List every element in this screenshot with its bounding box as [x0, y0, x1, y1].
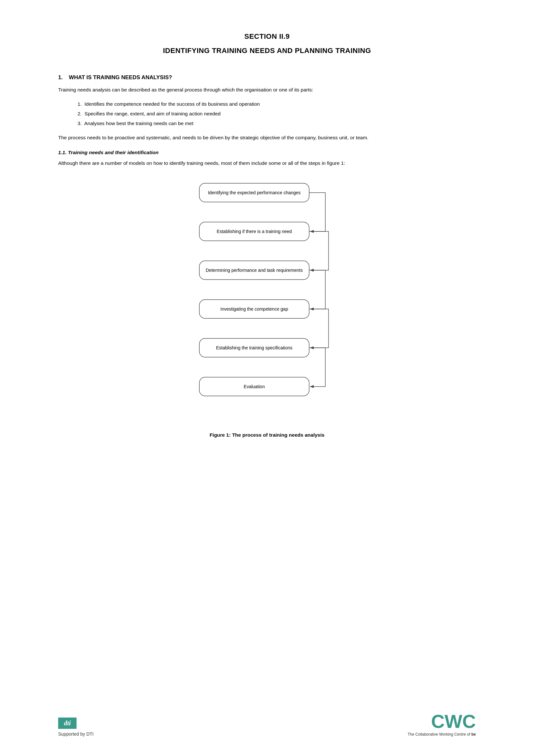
dti-supported-text: Supported by DTI	[58, 731, 94, 737]
page: SECTION II.9 IDENTIFYING TRAINING NEEDS …	[0, 0, 534, 756]
para3: Although there are a number of models on…	[58, 159, 476, 167]
svg-text:Determining performance and ta: Determining performance and task require…	[205, 268, 302, 273]
flow-diagram: Identifying the expected performance cha…	[187, 180, 348, 426]
section-title: SECTION II.9	[58, 32, 476, 41]
heading-1: 1. WHAT IS TRAINING NEEDS ANALYSIS?	[58, 74, 476, 81]
cwc-letter-c2: C	[462, 712, 476, 731]
svg-text:Investigating the competence g: Investigating the competence gap	[220, 307, 288, 311]
list-item-3: 3. Analyses how best the training needs …	[78, 119, 476, 128]
heading-1-number: 1.	[58, 74, 63, 80]
heading-1-text: WHAT IS TRAINING NEEDS ANALYSIS?	[69, 74, 172, 80]
dti-logo: dti Supported by DTI	[58, 717, 94, 737]
svg-text:Establishing if there is a tra: Establishing if there is a training need	[216, 229, 292, 234]
list-item-2: 2. Specifies the range, extent, and aim …	[78, 110, 476, 118]
svg-text:Establishing the training spec: Establishing the training specifications	[216, 345, 292, 350]
cwc-letter-c1: C	[431, 712, 445, 731]
diagram-container: Identifying the expected performance cha…	[58, 180, 476, 426]
para2: The process needs to be proactive and sy…	[58, 134, 476, 142]
cwc-subtitle: The Collaborative Working Centre of be	[408, 732, 476, 737]
svg-text:Identifying the expected perfo: Identifying the expected performance cha…	[208, 190, 300, 195]
cwc-logo: C W C The Collaborative Working Centre o…	[408, 712, 476, 737]
footer: dti Supported by DTI C W C The Collabora…	[58, 712, 476, 737]
svg-text:Evaluation: Evaluation	[243, 384, 265, 389]
figure-caption: Figure 1: The process of training needs …	[58, 432, 476, 438]
cwc-letter-w: W	[445, 712, 462, 731]
feature-list: 1. Identifies the competence needed for …	[78, 100, 476, 128]
intro-paragraph: Training needs analysis can be described…	[58, 86, 476, 94]
list-item-1: 1. Identifies the competence needed for …	[78, 100, 476, 108]
main-title: IDENTIFYING TRAINING NEEDS AND PLANNING …	[58, 46, 476, 55]
dti-badge: dti	[58, 717, 77, 729]
subheading-1-1: 1.1. Training needs and their identifica…	[58, 149, 476, 155]
